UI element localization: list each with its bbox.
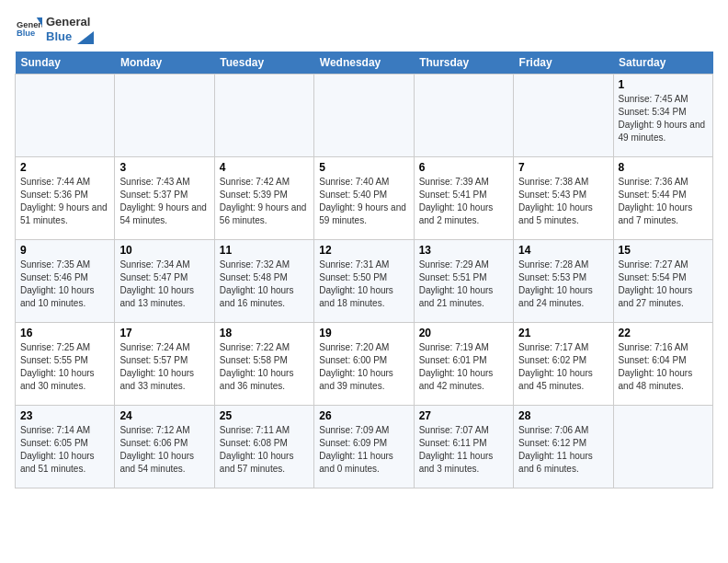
calendar-week-2: 2Sunrise: 7:44 AM Sunset: 5:36 PM Daylig…	[16, 157, 713, 240]
calendar-cell: 12Sunrise: 7:31 AM Sunset: 5:50 PM Dayli…	[314, 240, 414, 323]
calendar-cell: 19Sunrise: 7:20 AM Sunset: 6:00 PM Dayli…	[314, 323, 414, 406]
day-number: 7	[518, 161, 608, 174]
day-number: 15	[619, 244, 708, 257]
day-number: 23	[20, 409, 109, 422]
calendar-cell	[613, 406, 712, 488]
calendar-cell	[16, 75, 115, 157]
day-number: 5	[319, 161, 408, 174]
day-info: Sunrise: 7:40 AM Sunset: 5:40 PM Dayligh…	[319, 176, 408, 227]
day-number: 24	[119, 409, 209, 422]
calendar-cell: 7Sunrise: 7:38 AM Sunset: 5:43 PM Daylig…	[514, 157, 613, 240]
calendar-cell: 15Sunrise: 7:27 AM Sunset: 5:54 PM Dayli…	[613, 240, 712, 323]
calendar-week-5: 23Sunrise: 7:14 AM Sunset: 6:05 PM Dayli…	[16, 406, 713, 488]
day-info: Sunrise: 7:12 AM Sunset: 6:06 PM Dayligh…	[119, 424, 209, 476]
day-number: 18	[220, 327, 309, 339]
logo-triangle-icon	[77, 31, 94, 44]
header-monday: Monday	[115, 52, 214, 75]
calendar-cell	[314, 75, 414, 157]
calendar-cell: 8Sunrise: 7:36 AM Sunset: 5:44 PM Daylig…	[613, 157, 712, 240]
logo: General Blue General Blue	[15, 15, 94, 44]
day-info: Sunrise: 7:07 AM Sunset: 6:11 PM Dayligh…	[419, 424, 508, 476]
calendar-cell: 14Sunrise: 7:28 AM Sunset: 5:53 PM Dayli…	[514, 240, 613, 323]
calendar-week-4: 16Sunrise: 7:25 AM Sunset: 5:55 PM Dayli…	[16, 323, 713, 406]
day-info: Sunrise: 7:14 AM Sunset: 6:05 PM Dayligh…	[20, 424, 109, 476]
calendar-cell: 26Sunrise: 7:09 AM Sunset: 6:09 PM Dayli…	[314, 406, 414, 488]
day-info: Sunrise: 7:19 AM Sunset: 6:01 PM Dayligh…	[419, 341, 508, 393]
header-tuesday: Tuesday	[214, 52, 313, 75]
calendar-week-1: 1Sunrise: 7:45 AM Sunset: 5:34 PM Daylig…	[16, 75, 713, 157]
svg-text:Blue: Blue	[17, 29, 35, 38]
calendar-cell: 3Sunrise: 7:43 AM Sunset: 5:37 PM Daylig…	[115, 157, 214, 240]
svg-text:General: General	[17, 20, 42, 29]
day-info: Sunrise: 7:09 AM Sunset: 6:09 PM Dayligh…	[319, 424, 408, 476]
calendar-cell: 24Sunrise: 7:12 AM Sunset: 6:06 PM Dayli…	[115, 406, 214, 488]
day-info: Sunrise: 7:42 AM Sunset: 5:39 PM Dayligh…	[220, 176, 309, 227]
calendar-cell: 1Sunrise: 7:45 AM Sunset: 5:34 PM Daylig…	[613, 75, 712, 157]
logo-icon: General Blue	[17, 15, 42, 40]
day-info: Sunrise: 7:25 AM Sunset: 5:55 PM Dayligh…	[20, 341, 109, 393]
day-number: 9	[20, 244, 109, 257]
day-number: 2	[20, 161, 109, 174]
day-info: Sunrise: 7:11 AM Sunset: 6:08 PM Dayligh…	[220, 424, 309, 476]
day-number: 19	[319, 327, 408, 339]
calendar-cell: 27Sunrise: 7:07 AM Sunset: 6:11 PM Dayli…	[414, 406, 513, 488]
header-sunday: Sunday	[16, 52, 115, 75]
day-number: 6	[419, 161, 508, 174]
day-info: Sunrise: 7:36 AM Sunset: 5:44 PM Dayligh…	[619, 176, 708, 227]
day-info: Sunrise: 7:38 AM Sunset: 5:43 PM Dayligh…	[518, 176, 608, 227]
day-number: 4	[220, 161, 309, 174]
calendar-cell: 16Sunrise: 7:25 AM Sunset: 5:55 PM Dayli…	[16, 323, 115, 406]
day-number: 8	[619, 161, 708, 174]
header-friday: Friday	[514, 52, 613, 75]
day-info: Sunrise: 7:17 AM Sunset: 6:02 PM Dayligh…	[518, 341, 608, 393]
day-number: 11	[220, 244, 309, 257]
day-number: 21	[518, 327, 608, 339]
day-info: Sunrise: 7:24 AM Sunset: 5:57 PM Dayligh…	[119, 341, 209, 393]
calendar-week-3: 9Sunrise: 7:35 AM Sunset: 5:46 PM Daylig…	[16, 240, 713, 323]
day-info: Sunrise: 7:43 AM Sunset: 5:37 PM Dayligh…	[119, 176, 209, 227]
day-info: Sunrise: 7:06 AM Sunset: 6:12 PM Dayligh…	[518, 424, 608, 476]
calendar-cell: 25Sunrise: 7:11 AM Sunset: 6:08 PM Dayli…	[214, 406, 313, 488]
calendar-cell: 17Sunrise: 7:24 AM Sunset: 5:57 PM Dayli…	[115, 323, 214, 406]
calendar-cell: 9Sunrise: 7:35 AM Sunset: 5:46 PM Daylig…	[16, 240, 115, 323]
calendar-cell	[214, 75, 313, 157]
day-number: 20	[419, 327, 508, 339]
calendar-header-row: SundayMondayTuesdayWednesdayThursdayFrid…	[16, 52, 713, 75]
day-number: 28	[518, 409, 608, 422]
day-number: 14	[518, 244, 608, 257]
day-number: 13	[419, 244, 508, 257]
day-info: Sunrise: 7:44 AM Sunset: 5:36 PM Dayligh…	[20, 176, 109, 227]
day-info: Sunrise: 7:29 AM Sunset: 5:51 PM Dayligh…	[419, 259, 508, 310]
calendar-cell: 23Sunrise: 7:14 AM Sunset: 6:05 PM Dayli…	[16, 406, 115, 488]
calendar-cell: 11Sunrise: 7:32 AM Sunset: 5:48 PM Dayli…	[214, 240, 313, 323]
header-thursday: Thursday	[414, 52, 513, 75]
day-info: Sunrise: 7:22 AM Sunset: 5:58 PM Dayligh…	[220, 341, 309, 393]
calendar-cell: 18Sunrise: 7:22 AM Sunset: 5:58 PM Dayli…	[214, 323, 313, 406]
calendar-cell: 4Sunrise: 7:42 AM Sunset: 5:39 PM Daylig…	[214, 157, 313, 240]
day-info: Sunrise: 7:32 AM Sunset: 5:48 PM Dayligh…	[220, 259, 309, 310]
day-info: Sunrise: 7:20 AM Sunset: 6:00 PM Dayligh…	[319, 341, 408, 393]
calendar-cell: 2Sunrise: 7:44 AM Sunset: 5:36 PM Daylig…	[16, 157, 115, 240]
calendar-cell: 22Sunrise: 7:16 AM Sunset: 6:04 PM Dayli…	[613, 323, 712, 406]
day-info: Sunrise: 7:39 AM Sunset: 5:41 PM Dayligh…	[419, 176, 508, 227]
logo-general: General	[46, 15, 90, 29]
calendar-cell	[414, 75, 513, 157]
day-number: 26	[319, 409, 408, 422]
day-number: 3	[119, 161, 209, 174]
day-info: Sunrise: 7:34 AM Sunset: 5:47 PM Dayligh…	[119, 259, 209, 310]
calendar-cell: 10Sunrise: 7:34 AM Sunset: 5:47 PM Dayli…	[115, 240, 214, 323]
day-info: Sunrise: 7:27 AM Sunset: 5:54 PM Dayligh…	[619, 259, 708, 310]
day-info: Sunrise: 7:16 AM Sunset: 6:04 PM Dayligh…	[619, 341, 708, 393]
calendar-cell: 13Sunrise: 7:29 AM Sunset: 5:51 PM Dayli…	[414, 240, 513, 323]
day-number: 12	[319, 244, 408, 257]
calendar-cell: 6Sunrise: 7:39 AM Sunset: 5:41 PM Daylig…	[414, 157, 513, 240]
day-number: 10	[119, 244, 209, 257]
day-info: Sunrise: 7:28 AM Sunset: 5:53 PM Dayligh…	[518, 259, 608, 310]
svg-marker-3	[77, 31, 94, 44]
day-number: 17	[119, 327, 209, 339]
day-number: 1	[619, 78, 708, 91]
calendar-cell: 5Sunrise: 7:40 AM Sunset: 5:40 PM Daylig…	[314, 157, 414, 240]
day-number: 22	[619, 327, 708, 339]
day-info: Sunrise: 7:35 AM Sunset: 5:46 PM Dayligh…	[20, 259, 109, 310]
header-saturday: Saturday	[613, 52, 712, 75]
